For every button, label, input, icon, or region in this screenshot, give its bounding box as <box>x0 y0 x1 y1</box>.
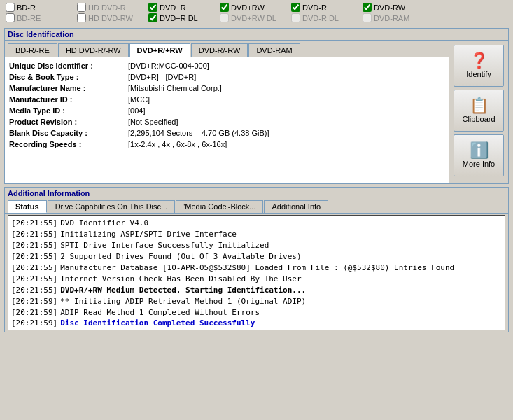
log-msg-0: DVD Identifier V4.0 <box>60 218 148 229</box>
checkbox-dvdplusrw[interactable]: DVD+RW <box>220 3 283 12</box>
checkbox-hddvdr[interactable]: HD DVD-R <box>77 3 140 12</box>
disc-info-val-speeds: [1x-2.4x , 4x , 6x-8x , 6x-16x] <box>128 140 227 148</box>
clipboard-label: Clipboard <box>462 115 495 123</box>
disc-id-left: BD-R/-RE HD DVD-R/-RW DVD+R/+RW DVD-R/-R… <box>5 41 449 183</box>
checkbox-dvdram[interactable]: DVD-RAM <box>363 13 426 22</box>
disc-id-buttons: ❓ Identify 📋 Clipboard ℹ️ More Info <box>449 41 508 183</box>
additional-tab-status[interactable]: Status <box>8 200 47 213</box>
disc-info-row-mfgid: Manufacturer ID : [MCC] <box>9 94 444 105</box>
log-msg-3: 2 Supported Drives Found (Out Of 3 Avail… <box>60 251 301 262</box>
disc-info-key-mfgname: Manufacturer Name : <box>9 84 128 92</box>
disc-info-val-uid: [DVD+R:MCC-004-000] <box>128 62 209 70</box>
log-time-8: [20:21:59] <box>11 307 57 318</box>
tab-dvdminus-r-rw[interactable]: DVD-R/-RW <box>191 43 248 57</box>
log-time-5: [20:21:55] <box>11 274 57 285</box>
disc-info-key-revision: Product Revision : <box>9 118 128 126</box>
checkbox-dvdplusrwdl[interactable]: DVD+RW DL <box>220 13 283 22</box>
log-line-3: [20:21:55] 2 Supported Drives Found (Out… <box>11 251 502 262</box>
checkbox-dvdplusr[interactable]: DVD+R <box>148 3 211 12</box>
additional-tab-drive-caps[interactable]: Drive Capabilities On This Disc... <box>48 200 176 213</box>
identify-button[interactable]: ❓ Identify <box>454 45 504 87</box>
disc-info-table: Unique Disc Identifier : [DVD+R:MCC-004-… <box>5 57 449 183</box>
disc-id-section: Disc Identification BD-R/-RE HD DVD-R/-R… <box>4 28 509 184</box>
log-time-9: [20:21:59] <box>11 318 57 329</box>
clipboard-button[interactable]: 📋 Clipboard <box>454 90 504 132</box>
log-msg-5: Internet Version Check Has Been Disabled… <box>60 274 301 285</box>
disc-info-row-mfgname: Manufacturer Name : [Mitsubishi Chemical… <box>9 83 444 94</box>
disc-info-val-mediatypeid: [004] <box>128 106 145 115</box>
disc-info-val-mfgid: [MCC] <box>128 95 150 104</box>
checkbox-bdre[interactable]: BD-RE <box>6 13 69 22</box>
clipboard-icon: 📋 <box>470 98 489 113</box>
log-msg-6: DVD+R/+RW Medium Detected. Starting Iden… <box>60 285 306 296</box>
log-line-9: [20:21:59] Disc Identification Completed… <box>11 318 502 329</box>
disc-info-val-mfgname: [Mitsubishi Chemical Corp.] <box>128 84 222 92</box>
disc-info-key-capacity: Blank Disc Capacity : <box>9 129 128 137</box>
tab-hddvd-r-rw[interactable]: HD DVD-R/-RW <box>58 43 129 57</box>
log-time-0: [20:21:55] <box>11 218 57 229</box>
disc-id-section-label: Disc Identification <box>5 29 508 41</box>
checkbox-dvdminusr[interactable]: DVD-R <box>291 3 354 12</box>
disc-info-row-revision: Product Revision : [Not Specified] <box>9 116 444 127</box>
disc-id-inner: BD-R/-RE HD DVD-R/-RW DVD+R/+RW DVD-R/-R… <box>5 41 508 183</box>
log-msg-9: Disc Identification Completed Successful… <box>60 318 255 329</box>
more-info-button[interactable]: ℹ️ More Info <box>454 134 504 176</box>
more-info-icon: ℹ️ <box>470 143 489 158</box>
log-area[interactable]: [20:21:55] DVD Identifier V4.0 [20:21:55… <box>8 215 505 330</box>
disc-info-key-speeds: Recording Speeds : <box>9 140 128 148</box>
log-line-6: [20:21:55] DVD+R/+RW Medium Detected. St… <box>11 285 502 296</box>
log-msg-4: Manufacturer Database [10-APR-05@$532$80… <box>60 262 454 274</box>
more-info-label: More Info <box>463 160 495 168</box>
tab-dvdplus-r-rw[interactable]: DVD+R/+RW <box>129 43 190 57</box>
log-line-2: [20:21:55] SPTI Drive Interface Successf… <box>11 240 502 251</box>
additional-tab-media-code[interactable]: 'Media Code'-Block... <box>176 200 263 213</box>
identify-label: Identify <box>466 70 491 78</box>
checkbox-bdr[interactable]: BD-R <box>6 3 69 12</box>
additional-tab-bar: Status Drive Capabilities On This Disc..… <box>5 199 508 214</box>
log-time-6: [20:21:55] <box>11 285 57 296</box>
disc-types-row2: BD-RE HD DVD-RW DVD+R DL DVD+RW DL DVD-R… <box>6 13 507 22</box>
disc-info-key-mediatypeid: Media Type ID : <box>9 106 128 115</box>
identify-icon: ❓ <box>470 53 489 69</box>
disc-info-row-uid: Unique Disc Identifier : [DVD+R:MCC-004-… <box>9 60 444 71</box>
log-time-4: [20:21:55] <box>11 262 57 274</box>
log-msg-2: SPTI Drive Interface Successfully Initia… <box>60 240 269 251</box>
disc-info-key-uid: Unique Disc Identifier : <box>9 62 128 70</box>
log-msg-1: Initializing ASPI/SPTI Drive Interface <box>60 229 237 240</box>
disc-info-val-capacity: [2,295,104 Sectors = 4.70 GB (4.38 GiB)] <box>128 129 269 137</box>
disc-info-row-booktype: Disc & Book Type : [DVD+R] - [DVD+R] <box>9 71 444 83</box>
tab-bdr-re[interactable]: BD-R/-RE <box>8 43 57 57</box>
additional-section-label: Additional Information <box>5 188 508 199</box>
disc-info-row-capacity: Blank Disc Capacity : [2,295,104 Sectors… <box>9 127 444 139</box>
additional-tab-additional-info[interactable]: Additional Info <box>264 200 328 213</box>
disc-info-key-booktype: Disc & Book Type : <box>9 73 128 81</box>
disc-info-val-booktype: [DVD+R] - [DVD+R] <box>128 73 196 81</box>
log-msg-7: ** Initiating ADIP Retrieval Method 1 (O… <box>60 296 306 307</box>
log-time-1: [20:21:55] <box>11 229 57 240</box>
checkbox-dvdplusrdl[interactable]: DVD+R DL <box>148 13 211 22</box>
additional-info-section: Additional Information Status Drive Capa… <box>4 187 509 332</box>
log-line-7: [20:21:59] ** Initiating ADIP Retrieval … <box>11 296 502 307</box>
log-line-0: [20:21:55] DVD Identifier V4.0 <box>11 218 502 229</box>
log-time-7: [20:21:59] <box>11 296 57 307</box>
checkbox-hddvdrw[interactable]: HD DVD-RW <box>77 13 140 22</box>
log-msg-8: ADIP Read Method 1 Completed Without Err… <box>60 307 260 318</box>
disc-types-row1: BD-R HD DVD-R DVD+R DVD+RW DVD-R DVD-RW <box>6 3 507 12</box>
disc-types-area: BD-R HD DVD-R DVD+R DVD+RW DVD-R DVD-RW … <box>0 0 513 25</box>
log-time-3: [20:21:55] <box>11 251 57 262</box>
disc-info-key-mfgid: Manufacturer ID : <box>9 95 128 104</box>
checkbox-dvdminusrdl[interactable]: DVD-R DL <box>291 13 354 22</box>
tab-dvdram[interactable]: DVD-RAM <box>248 43 300 57</box>
log-line-5: [20:21:55] Internet Version Check Has Be… <box>11 274 502 285</box>
disc-info-row-mediatypeid: Media Type ID : [004] <box>9 105 444 116</box>
log-line-4: [20:21:55] Manufacturer Database [10-APR… <box>11 262 502 274</box>
log-time-2: [20:21:55] <box>11 240 57 251</box>
checkbox-dvdminusrw[interactable]: DVD-RW <box>363 3 426 12</box>
disc-info-row-speeds: Recording Speeds : [1x-2.4x , 4x , 6x-8x… <box>9 139 444 150</box>
log-line-1: [20:21:55] Initializing ASPI/SPTI Drive … <box>11 229 502 240</box>
log-line-8: [20:21:59] ADIP Read Method 1 Completed … <box>11 307 502 318</box>
disc-info-val-revision: [Not Specified] <box>128 118 178 126</box>
disc-id-tab-bar: BD-R/-RE HD DVD-R/-RW DVD+R/+RW DVD-R/-R… <box>5 41 449 57</box>
